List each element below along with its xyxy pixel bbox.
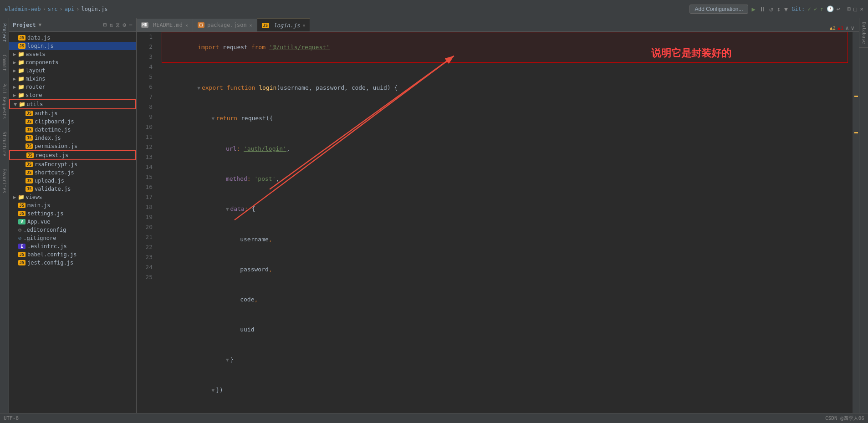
git-history-icon[interactable]: 🕐: [827, 5, 834, 12]
expand-icon[interactable]: ∧: [845, 25, 849, 31]
breadcrumb-project[interactable]: eladmin-web: [5, 6, 41, 12]
file-tree: JS data.js JS login.js ▶ 📁 assets ▶ 📁 co…: [9, 32, 136, 413]
right-gutter[interactable]: [853, 32, 859, 413]
list-item[interactable]: JS main.js: [9, 201, 136, 209]
project-dropdown-icon[interactable]: ▼: [39, 22, 42, 28]
git-label: Git:: [791, 6, 805, 12]
collapse-all-icon[interactable]: ⊟: [103, 21, 107, 29]
git-file-icon: ⊙: [18, 235, 21, 241]
list-item[interactable]: JS datetime.js: [9, 126, 136, 134]
breadcrumb-api[interactable]: api: [65, 6, 75, 12]
file-name: permission.js: [35, 143, 77, 149]
tab-label: README.md: [153, 22, 183, 28]
list-item[interactable]: ▶ 📁 views: [9, 193, 136, 201]
collapse-icon[interactable]: ∨: [851, 25, 854, 31]
top-right-indicators: ▲2 ▲1 ∧ ∨: [830, 25, 854, 31]
code-line: ▼}: [162, 345, 848, 375]
list-item[interactable]: JS login.js: [9, 42, 136, 50]
tab-close-icon[interactable]: ✕: [250, 23, 252, 28]
folder-icon: 📁: [18, 194, 25, 200]
git-check-1[interactable]: ✓: [807, 5, 811, 12]
js-file-icon: JS: [18, 203, 26, 208]
folder-name: router: [26, 84, 45, 90]
list-item[interactable]: ▼ 📁 utils: [9, 99, 136, 109]
tab-close-icon[interactable]: ✕: [185, 23, 188, 28]
folder-icon: 📁: [19, 101, 26, 107]
git-revert-icon[interactable]: ↩: [837, 5, 840, 12]
list-item[interactable]: ▶ 📁 layout: [9, 66, 136, 75]
list-item[interactable]: JS permission.js: [9, 142, 136, 150]
list-item[interactable]: JS rsaEncrypt.js: [9, 160, 136, 168]
chevron-right-icon: ▶: [13, 76, 16, 82]
list-item[interactable]: JS data.js: [9, 34, 136, 42]
file-name: validate.js: [35, 186, 71, 192]
window-icon-2[interactable]: □: [853, 5, 857, 12]
list-item[interactable]: JS auth.js: [9, 109, 136, 117]
js-file-icon: JS: [18, 211, 26, 216]
list-item[interactable]: ▶ 📁 router: [9, 83, 136, 91]
favorites-tab[interactable]: Favorites: [1, 166, 8, 196]
code-container: 12345 678910 1112131415 1617181920 21222…: [137, 32, 859, 413]
pull-requests-tab[interactable]: Pull Requests: [1, 81, 8, 122]
list-item[interactable]: JS request.js: [9, 150, 136, 160]
list-item[interactable]: JS index.js: [9, 134, 136, 142]
js-file-icon: JS: [26, 119, 33, 124]
list-item[interactable]: ▶ 📁 mixins: [9, 75, 136, 83]
gear-settings-icon[interactable]: ⚙: [123, 21, 126, 29]
list-item[interactable]: ⊙ .gitignore: [9, 234, 136, 242]
js-file-icon: JS: [26, 153, 34, 158]
window-icon-1[interactable]: ⊞: [848, 5, 851, 12]
scroll-icon[interactable]: ⇅: [110, 21, 113, 29]
list-item[interactable]: JS clipboard.js: [9, 117, 136, 126]
list-item[interactable]: ▶ 📁 store: [9, 91, 136, 99]
list-item[interactable]: V App.vue: [9, 218, 136, 226]
list-item[interactable]: JS upload.js: [9, 177, 136, 185]
line-numbers: 12345 678910 1112131415 1617181920 21222…: [137, 32, 157, 413]
debug-icon[interactable]: ⏸: [759, 5, 766, 13]
add-configuration-button[interactable]: Add Configuration...: [689, 5, 748, 14]
list-item[interactable]: JS jest.config.js: [9, 259, 136, 267]
list-item[interactable]: JS shortcuts.js: [9, 168, 136, 177]
list-item[interactable]: JS babel.config.js: [9, 250, 136, 259]
folder-name: assets: [26, 51, 45, 57]
window-icon-3[interactable]: ✕: [860, 5, 863, 12]
git-push-icon[interactable]: ↑: [820, 5, 824, 12]
list-item[interactable]: ▶ 📁 assets: [9, 50, 136, 58]
tab-readme[interactable]: MD README.md ✕: [137, 19, 193, 31]
git-check-2[interactable]: ✓: [814, 5, 817, 12]
js-file-icon: JS: [26, 186, 33, 192]
folder-icon: 📁: [18, 67, 25, 74]
close-panel-icon[interactable]: −: [129, 21, 133, 29]
list-item[interactable]: JS validate.js: [9, 185, 136, 193]
code-line: ▼return request({: [162, 103, 848, 134]
database-tab[interactable]: Database: [859, 18, 868, 48]
tab-login[interactable]: JS login.js ✕: [257, 19, 311, 31]
vue-file-icon: V: [18, 219, 26, 224]
file-name: upload.js: [35, 178, 64, 184]
list-item[interactable]: JS settings.js: [9, 209, 136, 218]
json-icon: {}: [198, 22, 204, 28]
filter-icon[interactable]: ⧖: [116, 21, 120, 29]
structure-tab[interactable]: Structure: [1, 129, 8, 159]
tab-close-icon[interactable]: ✕: [302, 23, 305, 28]
top-bar: eladmin-web › src › api › login.js Add C…: [0, 0, 868, 18]
js-file-icon: JS: [26, 170, 33, 175]
tab-package[interactable]: {} package.json ✕: [193, 19, 257, 31]
project-tab[interactable]: Project: [1, 20, 8, 45]
file-name: App.vue: [27, 219, 51, 225]
list-item[interactable]: ▶ 📁 components: [9, 58, 136, 66]
coverage-icon[interactable]: ↕: [776, 5, 780, 13]
rerun-icon[interactable]: ↺: [769, 5, 773, 13]
breadcrumb-src[interactable]: src: [48, 6, 58, 12]
commit-tab[interactable]: Commit: [1, 52, 8, 74]
list-item[interactable]: E .eslintrc.js: [9, 242, 136, 250]
js-file-icon: JS: [18, 43, 26, 49]
list-item[interactable]: ⚙ .editorconfig: [9, 226, 136, 234]
code-line: import request from '@/utils/request': [162, 32, 848, 63]
tab-label: login.js: [274, 22, 300, 29]
eslint-file-icon: E: [18, 244, 26, 249]
run-icon[interactable]: ▶: [752, 5, 756, 13]
file-name: main.js: [27, 202, 51, 209]
code-content[interactable]: import request from '@/utils/request' ▼e…: [157, 32, 853, 413]
dropdown-icon[interactable]: ▼: [784, 5, 788, 13]
